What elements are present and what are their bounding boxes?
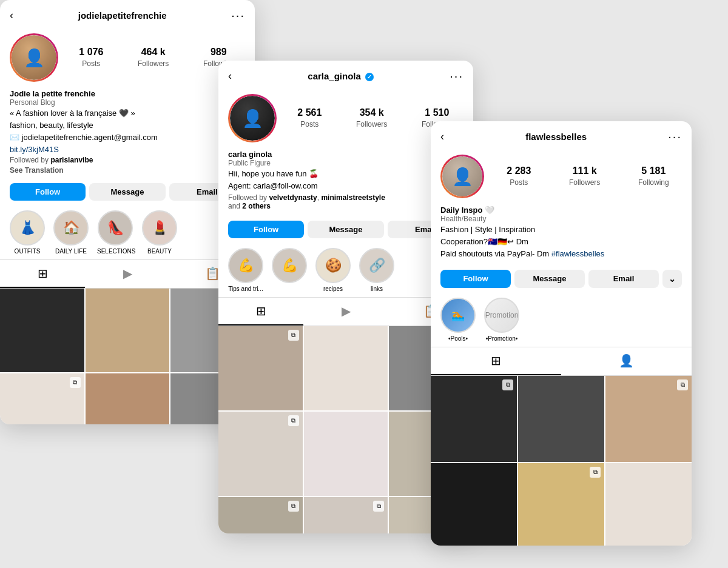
card1-avatar: 👤 <box>10 33 58 82</box>
highlight-selections[interactable]: 👠 SELECTIONS <box>97 210 133 255</box>
follow-button[interactable]: Follow <box>440 270 511 288</box>
grid-cell[interactable] <box>431 463 517 546</box>
tab-reels[interactable]: ▶ <box>303 298 388 326</box>
grid-cell[interactable] <box>605 463 692 546</box>
grid-cell[interactable] <box>86 289 170 373</box>
card1-tab-bar: ⊞ ▶ 📋 <box>0 259 255 289</box>
message-button[interactable]: Message <box>89 183 165 201</box>
more-options-button[interactable]: ⌄ <box>662 270 682 288</box>
card1-avatar-img: 👤 <box>12 35 56 80</box>
card3-stats: 2 283 Posts 111 k Followers 5 181 Follow… <box>494 165 682 187</box>
more-options-icon[interactable]: ··· <box>450 69 463 83</box>
tab-grid[interactable]: ⊞ <box>218 298 303 326</box>
grid-cell[interactable]: ⧉ <box>518 463 604 546</box>
card1-stats: 1 076 Posts 464 k Followers 989 Followin… <box>68 47 245 68</box>
tab-reels[interactable]: ▶ <box>85 260 170 288</box>
card3-bio: Daily Inspo 🤍 Health/Beauty Fashion | St… <box>431 203 692 266</box>
card3-action-buttons: Follow Message Email ⌄ <box>431 266 692 293</box>
email-button[interactable]: Email <box>588 270 659 288</box>
card1-highlights: 👗 OUTFITS 🏠 DAILY LIFE 👠 SELECTIONS 💄 BE… <box>0 205 255 259</box>
card3-following-stat: 5 181 Following <box>638 165 669 187</box>
back-icon[interactable]: ‹ <box>10 9 13 22</box>
card3-profile-section: 👤 2 283 Posts 111 k Followers 5 181 Foll… <box>431 149 692 203</box>
tab-grid[interactable]: ⊞ <box>0 260 85 288</box>
highlight-daily-life[interactable]: 🏠 DAILY LIFE <box>53 210 89 255</box>
grid-cell[interactable]: ⧉ <box>218 412 303 496</box>
grid-cell[interactable]: ⧉ <box>218 497 303 533</box>
card1-action-buttons: Follow Message Email <box>0 179 255 205</box>
grid-cell[interactable]: ⧉ <box>431 376 517 462</box>
more-options-icon[interactable]: ··· <box>231 8 245 22</box>
grid-cell[interactable] <box>304 326 388 410</box>
highlight-links[interactable]: 🔗 links <box>359 248 394 292</box>
card1-username: jodielapetitefrenchie <box>78 10 167 21</box>
grid-cell[interactable]: ⧉ <box>218 326 303 410</box>
more-options-icon[interactable]: ··· <box>668 130 682 144</box>
card2-followers-stat: 354 k Followers <box>356 107 387 129</box>
card1-photo-grid: ⧉ ⧉ ▶ ⧉ <box>0 289 255 424</box>
follow-button[interactable]: Follow <box>10 183 86 201</box>
back-icon[interactable]: ‹ <box>228 70 232 82</box>
message-button[interactable]: Message <box>308 221 383 238</box>
highlight-promotion[interactable]: Promotion •Promotion• <box>484 298 519 342</box>
card2-avatar: 👤 <box>228 94 277 142</box>
card3-photo-grid: ⧉ ⧉ ⧉ <box>431 376 692 546</box>
grid-cell[interactable]: ⧉ <box>0 373 84 424</box>
follow-button[interactable]: Follow <box>228 221 304 238</box>
highlight-pools[interactable]: 🏊 •Pools• <box>440 298 476 342</box>
highlight-recipes[interactable]: 🍪 recipes <box>315 248 351 292</box>
card1-posts-stat: 1 076 Posts <box>79 47 103 68</box>
card2-posts-stat: 2 561 Posts <box>297 107 322 129</box>
highlight-fitness[interactable]: 💪 <box>272 248 307 292</box>
highlight-beauty[interactable]: 💄 BEAUTY <box>142 210 177 255</box>
grid-cell[interactable]: ▶ <box>86 373 170 424</box>
card3-username: flawlessbelles <box>525 132 587 142</box>
card2-header: ‹ carla_ginola ✓ ··· <box>218 61 473 88</box>
card3-tab-bar: ⊞ 👤 <box>431 347 692 376</box>
back-icon[interactable]: ‹ <box>440 130 444 143</box>
grid-cell[interactable]: ⧉ <box>605 376 692 462</box>
card3-avatar-img: 👤 <box>442 156 482 196</box>
tab-tagged[interactable]: 👤 <box>561 347 692 375</box>
profile-card-flawlessbelles: ‹ flawlessbelles ··· 👤 2 283 Posts 111 k… <box>431 121 692 546</box>
grid-cell[interactable] <box>0 289 84 373</box>
grid-cell[interactable] <box>518 376 604 462</box>
tab-grid[interactable]: ⊞ <box>431 347 561 375</box>
card3-followers-stat: 111 k Followers <box>569 165 600 187</box>
card3-avatar: 👤 <box>440 155 484 198</box>
card2-username: carla_ginola ✓ <box>308 71 374 81</box>
card1-header: ‹ jodielapetitefrenchie ··· <box>0 0 255 27</box>
card1-profile-section: 👤 1 076 Posts 464 k Followers 989 Follow… <box>0 27 255 87</box>
highlight-outfits[interactable]: 👗 OUTFITS <box>10 210 45 255</box>
card1-followers-stat: 464 k Followers <box>138 47 169 68</box>
card3-header: ‹ flawlessbelles ··· <box>431 121 692 149</box>
card1-bio: Jodie la petite frenchie Personal Blog «… <box>0 87 255 179</box>
card3-posts-stat: 2 283 Posts <box>507 165 531 187</box>
highlight-tips[interactable]: 💪 Tips and tri... <box>228 248 263 292</box>
verified-badge: ✓ <box>365 73 374 81</box>
grid-cell[interactable]: ⧉ <box>304 497 388 533</box>
profile-card-jodie: ‹ jodielapetitefrenchie ··· 👤 1 076 Post… <box>0 0 255 424</box>
card3-highlights: 🏊 •Pools• Promotion •Promotion• <box>431 293 692 347</box>
card2-avatar-img: 👤 <box>230 96 275 141</box>
grid-cell[interactable] <box>304 412 388 496</box>
message-button[interactable]: Message <box>514 270 585 288</box>
